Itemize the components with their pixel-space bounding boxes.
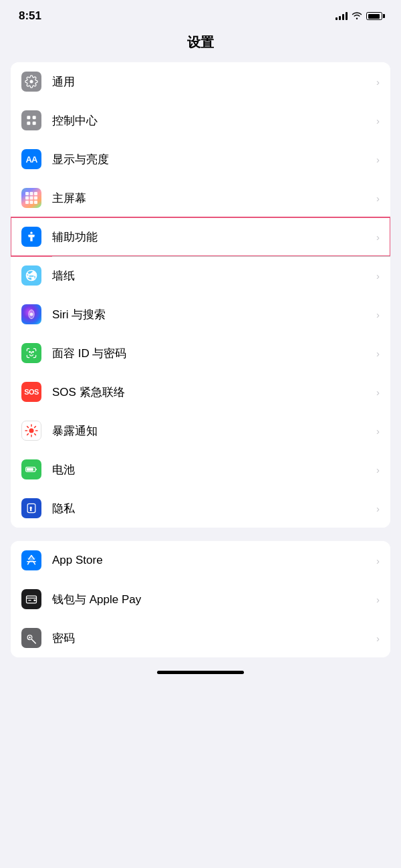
settings-row-wallet[interactable]: 钱包与 Apple Pay › bbox=[11, 580, 390, 619]
svg-point-16 bbox=[29, 352, 31, 353]
battery-chevron: › bbox=[376, 464, 380, 475]
settings-group-2: App Store › 钱包与 Apple Pay › 密码 › bbox=[11, 541, 390, 657]
status-bar: 8:51 bbox=[0, 0, 401, 28]
control-center-chevron: › bbox=[376, 115, 380, 126]
svg-rect-11 bbox=[30, 201, 33, 204]
status-time: 8:51 bbox=[19, 9, 41, 23]
settings-row-app-store[interactable]: App Store › bbox=[11, 541, 390, 580]
settings-row-wallpaper[interactable]: 墙纸 › bbox=[11, 256, 390, 295]
face-id-label: 面容 ID 与密码 bbox=[52, 346, 371, 361]
svg-point-32 bbox=[29, 637, 31, 639]
svg-rect-28 bbox=[27, 468, 33, 471]
general-label: 通用 bbox=[52, 74, 371, 90]
home-indicator bbox=[157, 671, 244, 674]
svg-point-18 bbox=[29, 429, 34, 433]
svg-point-13 bbox=[30, 232, 32, 234]
settings-row-siri[interactable]: Siri 与搜索 › bbox=[11, 295, 390, 334]
siri-label: Siri 与搜索 bbox=[52, 307, 371, 322]
home-screen-chevron: › bbox=[376, 193, 380, 204]
passwords-chevron: › bbox=[376, 633, 380, 644]
svg-rect-7 bbox=[25, 197, 29, 200]
svg-rect-30 bbox=[33, 599, 35, 601]
wifi-icon bbox=[352, 11, 362, 21]
svg-rect-1 bbox=[33, 116, 36, 119]
display-chevron: › bbox=[376, 154, 380, 165]
svg-rect-29 bbox=[27, 596, 37, 603]
svg-point-15 bbox=[30, 313, 33, 316]
wallet-chevron: › bbox=[376, 594, 380, 605]
svg-rect-9 bbox=[34, 197, 37, 200]
battery-label: 电池 bbox=[52, 462, 371, 477]
settings-group-1: 通用 › 控制中心 › AA 显示与亮度 › bbox=[11, 62, 390, 528]
settings-row-home-screen[interactable]: 主屏幕 › bbox=[11, 179, 390, 217]
svg-rect-3 bbox=[33, 122, 36, 125]
svg-line-24 bbox=[35, 434, 36, 435]
svg-rect-0 bbox=[27, 116, 30, 119]
wallpaper-chevron: › bbox=[376, 270, 380, 282]
sos-label: SOS 紧急联络 bbox=[52, 385, 371, 400]
exposure-label: 暴露通知 bbox=[52, 423, 371, 439]
settings-row-exposure[interactable]: 暴露通知 › bbox=[11, 411, 390, 450]
settings-row-display[interactable]: AA 显示与亮度 › bbox=[11, 140, 390, 179]
privacy-icon bbox=[21, 498, 41, 518]
battery-icon bbox=[366, 12, 382, 20]
settings-row-face-id[interactable]: 面容 ID 与密码 › bbox=[11, 334, 390, 372]
settings-row-privacy[interactable]: 隐私 › bbox=[11, 489, 390, 528]
control-center-label: 控制中心 bbox=[52, 113, 371, 128]
settings-row-passwords[interactable]: 密码 › bbox=[11, 619, 390, 657]
accessibility-icon bbox=[21, 227, 41, 247]
app-store-label: App Store bbox=[52, 554, 371, 567]
control-center-icon bbox=[21, 110, 41, 130]
sos-chevron: › bbox=[376, 387, 380, 398]
svg-point-17 bbox=[33, 352, 34, 353]
passwords-icon bbox=[21, 628, 41, 648]
accessibility-chevron: › bbox=[376, 231, 380, 243]
display-label: 显示与亮度 bbox=[52, 152, 371, 167]
face-id-chevron: › bbox=[376, 348, 380, 359]
wallpaper-icon bbox=[21, 265, 41, 286]
svg-rect-2 bbox=[27, 122, 30, 125]
wallet-icon bbox=[21, 589, 41, 609]
general-icon bbox=[21, 72, 41, 92]
app-store-icon bbox=[21, 550, 41, 570]
siri-chevron: › bbox=[376, 309, 380, 320]
wallet-label: 钱包与 Apple Pay bbox=[52, 592, 371, 607]
accessibility-label: 辅助功能 bbox=[52, 229, 371, 245]
wallpaper-label: 墙纸 bbox=[52, 268, 371, 284]
page-title: 设置 bbox=[0, 28, 401, 62]
home-screen-label: 主屏幕 bbox=[52, 191, 371, 206]
svg-rect-4 bbox=[25, 192, 29, 195]
svg-rect-5 bbox=[30, 192, 33, 195]
exposure-chevron: › bbox=[376, 425, 380, 437]
siri-icon bbox=[21, 304, 41, 324]
svg-line-25 bbox=[35, 427, 36, 428]
settings-row-battery[interactable]: 电池 › bbox=[11, 450, 390, 489]
svg-rect-12 bbox=[34, 201, 37, 204]
svg-rect-6 bbox=[34, 192, 37, 195]
exposure-icon bbox=[21, 421, 41, 441]
app-store-chevron: › bbox=[376, 555, 380, 566]
svg-line-26 bbox=[27, 434, 29, 435]
settings-row-accessibility[interactable]: 辅助功能 › bbox=[11, 217, 390, 256]
privacy-chevron: › bbox=[376, 503, 380, 514]
face-id-icon bbox=[21, 343, 41, 363]
general-chevron: › bbox=[376, 76, 380, 88]
settings-row-control-center[interactable]: 控制中心 › bbox=[11, 101, 390, 140]
svg-line-23 bbox=[27, 427, 29, 428]
home-screen-icon bbox=[21, 188, 41, 208]
sos-icon: SOS bbox=[21, 382, 41, 402]
settings-row-sos[interactable]: SOS SOS 紧急联络 › bbox=[11, 372, 390, 411]
battery-row-icon bbox=[21, 459, 41, 479]
passwords-label: 密码 bbox=[52, 631, 371, 646]
status-icons bbox=[336, 11, 382, 21]
svg-rect-10 bbox=[25, 201, 29, 204]
privacy-label: 隐私 bbox=[52, 501, 371, 516]
display-icon: AA bbox=[21, 149, 41, 169]
svg-rect-8 bbox=[30, 197, 33, 200]
settings-row-general[interactable]: 通用 › bbox=[11, 62, 390, 101]
signal-icon bbox=[336, 12, 348, 20]
